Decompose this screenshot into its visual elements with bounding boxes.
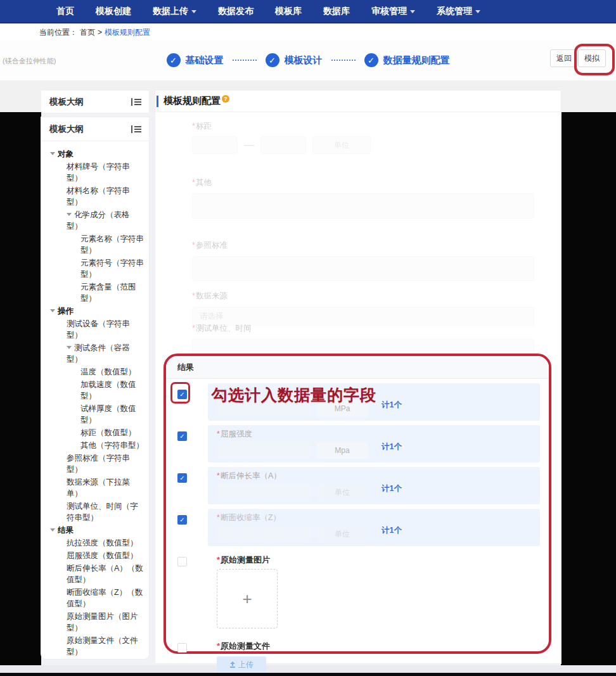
tree-item-11[interactable]: 加载速度（数值型）: [48, 379, 145, 402]
tree-item-22[interactable]: 断面收缩率（Z）（数值型）: [48, 587, 145, 609]
checkbox-reduction-of-area[interactable]: ✓: [177, 515, 187, 525]
help-icon[interactable]: ?: [222, 95, 229, 103]
tree-item-4[interactable]: 元素名称（字符串型）: [48, 233, 145, 256]
tree-item-5[interactable]: 元素符号（字符串型）: [48, 257, 145, 280]
tree-item-0[interactable]: 对象: [48, 148, 145, 160]
max-input[interactable]: [260, 136, 306, 154]
result-row-elongation: ✓ 断后伸长率（A） 单位 计1个: [175, 467, 540, 504]
value-input[interactable]: [217, 484, 312, 501]
collapse-outline-icon[interactable]: [131, 98, 141, 106]
count-badge: 计1个: [382, 400, 402, 411]
breadcrumb-home-link[interactable]: 首页: [80, 27, 95, 38]
tree-item-23[interactable]: 原始测量图片（图片型）: [48, 611, 145, 634]
count-badge: 计1个: [382, 483, 402, 494]
chevron-down-icon: [191, 10, 196, 13]
tree-item-7[interactable]: 操作: [48, 305, 145, 317]
tree-item-24[interactable]: 原始测量文件（文件型）: [48, 635, 145, 658]
tree-item-12[interactable]: 试样厚度（数值型）: [48, 403, 145, 426]
form-field-reference-standard: 参照标准: [192, 240, 539, 281]
value-input[interactable]: [217, 526, 312, 542]
count-badge: 计1个: [382, 442, 402, 452]
result-rows: ✓ 抗拉强度 MPa 计1个 ✓ 屈服强度: [166, 379, 549, 676]
black-margin-left: [0, 112, 41, 665]
nav-item-2[interactable]: 数据上传: [144, 0, 205, 23]
caret-down-icon: [50, 309, 55, 312]
nav-item-4[interactable]: 模板库: [267, 0, 310, 23]
step-basic-settings[interactable]: ✓ 基础设置: [167, 53, 224, 67]
caret-down-icon: [67, 213, 72, 216]
screen: 首页模板创建数据上传数据发布模板库数据库审核管理系统管理 当前位置： 首页 > …: [0, 0, 616, 676]
step-template-design[interactable]: ✓ 模板设计: [266, 53, 323, 67]
nav-item-3[interactable]: 数据发布: [210, 0, 262, 23]
breadcrumb-current: 模板规则配置: [105, 27, 150, 38]
breadcrumb-prefix: 当前位置：: [39, 27, 77, 38]
caret-down-icon: [67, 346, 72, 349]
breadcrumb: 当前位置： 首页 > 模板规则配置: [0, 25, 616, 40]
tree-item-15[interactable]: 参照标准（字符串型）: [48, 452, 145, 475]
title-accent-bar: [157, 96, 158, 107]
chevron-down-icon: [475, 10, 480, 13]
page-title: 模板规则配置: [164, 95, 221, 107]
result-row-reduction-of-area: ✓ 断面收缩率（Z） 单位 计1个: [175, 509, 540, 546]
unit-select[interactable]: 单位: [312, 136, 371, 154]
form-field-data-source: 数据来源 请选择: [192, 291, 539, 326]
nav-item-7[interactable]: 系统管理: [428, 0, 489, 23]
tree-item-16[interactable]: 数据来源（下拉菜单）: [48, 476, 145, 499]
step-check-icon: ✓: [167, 53, 181, 67]
tree-item-21[interactable]: 断后伸长率（A）（数值型）: [48, 563, 145, 585]
nav-item-1[interactable]: 模板创建: [87, 0, 139, 23]
main-panel-header: 模板规则配置 ?: [155, 91, 561, 112]
tree-item-13[interactable]: 标距（数值型）: [48, 427, 145, 438]
stepper: ✓ 基础设置 ✓ 模板设计 ✓ 数据量规则配置: [0, 40, 616, 80]
tree-item-9[interactable]: 测试条件（容器型）: [48, 342, 145, 365]
tree-item-19[interactable]: 抗拉强度（数值型）: [48, 537, 145, 549]
tree-item-3[interactable]: 化学成分（表格型）: [48, 209, 145, 232]
nav-item-6[interactable]: 审核管理: [363, 0, 423, 23]
image-upload-dropzone[interactable]: +: [217, 569, 278, 628]
range-dash: —: [244, 139, 254, 151]
step-data-rule-config[interactable]: ✓ 数据量规则配置: [364, 53, 450, 67]
step-connector: [233, 60, 257, 61]
black-margin-right: [561, 112, 616, 665]
tree-item-14[interactable]: 其他（字符串型）: [48, 440, 145, 451]
form-field-other: 其他: [192, 177, 539, 219]
template-outline-tree: 对象材料牌号（字符串型）材料名称（字符串型）化学成分（表格型）元素名称（字符串型…: [41, 141, 149, 659]
result-section-annotated: 结果 ✓ 抗拉强度 MPa 计1个 ✓: [164, 354, 551, 654]
checkbox-yield-strength[interactable]: ✓: [177, 431, 187, 441]
nav-item-5[interactable]: 数据库: [315, 0, 358, 23]
top-nav: 首页模板创建数据上传数据发布模板库数据库审核管理系统管理: [0, 0, 616, 23]
other-input[interactable]: [192, 193, 534, 219]
value-input[interactable]: [217, 400, 312, 417]
upload-icon: [229, 661, 236, 668]
tree-item-1[interactable]: 材料牌号（字符串型）: [48, 161, 145, 184]
back-button[interactable]: 返回: [550, 49, 578, 67]
collapse-outline-icon[interactable]: [131, 125, 141, 134]
result-row-original-image: 原始测量图片 +: [175, 551, 540, 632]
tree-item-2[interactable]: 材料名称（字符串型）: [48, 185, 145, 208]
tree-item-18[interactable]: 结果: [48, 525, 145, 536]
result-row-original-file: 原始测量文件 上传: [175, 637, 540, 676]
checkbox-tensile-strength[interactable]: ✓: [177, 390, 187, 399]
nav-item-0[interactable]: 首页: [48, 0, 82, 23]
tree-item-6[interactable]: 元素含量（范围型）: [48, 281, 145, 304]
file-upload-button[interactable]: 上传: [217, 656, 266, 673]
tree-item-8[interactable]: 测试设备（字符串型）: [48, 318, 145, 341]
tree-item-20[interactable]: 屈服强度（数值型）: [48, 550, 145, 561]
sidebar-panel-top: 模板大纲: [41, 91, 149, 113]
simulate-button[interactable]: 模拟: [578, 49, 606, 67]
step-connector: [331, 60, 356, 61]
sidebar-title: 模板大纲: [49, 124, 84, 135]
main-panel: 模板规则配置 ? 标距 — 单位 其他 参照标准: [155, 91, 561, 663]
tree-item-17[interactable]: 测试单位、时间（字符串型）: [48, 501, 145, 523]
sidebar-panel: 模板大纲 对象材料牌号（字符串型）材料名称（字符串型）化学成分（表格型）元素名称…: [41, 117, 149, 659]
sidebar-header: 模板大纲: [41, 117, 149, 141]
step-check-icon: ✓: [364, 53, 378, 67]
reference-standard-input[interactable]: [192, 256, 534, 281]
min-input[interactable]: [192, 136, 238, 154]
checkbox-original-image[interactable]: [177, 557, 187, 566]
breadcrumb-separator: >: [98, 28, 102, 37]
checkbox-elongation[interactable]: ✓: [177, 473, 187, 483]
value-input[interactable]: [217, 442, 312, 459]
tree-item-10[interactable]: 温度（数值型）: [48, 366, 145, 378]
checkbox-original-file[interactable]: [177, 643, 187, 653]
